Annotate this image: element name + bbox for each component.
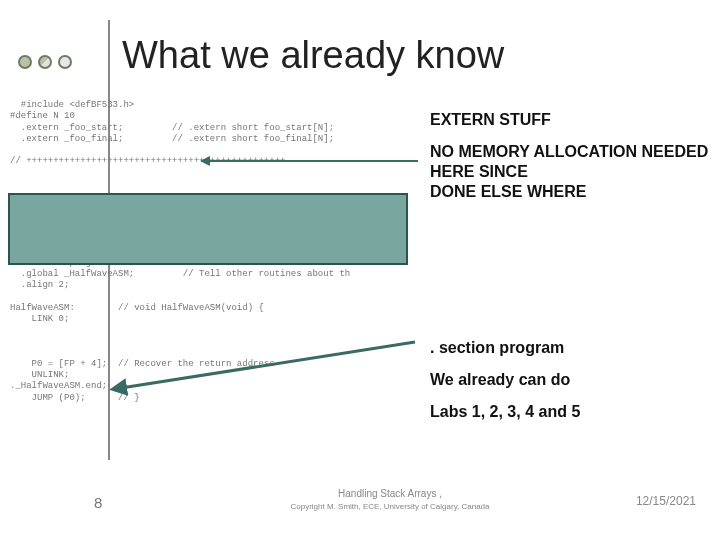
footer-copy-line: Copyright M. Smith, ECE, University of C… [290, 502, 489, 511]
code-line: // Tell other routines about th [183, 269, 350, 279]
footer: 8 Handling Stack Arrays , Copyright M. S… [0, 488, 720, 522]
code-line: HalfWaveASM: // void HalfWaveASM(void) { [10, 303, 264, 313]
code-block: #include <defBF533.h> #define N 10 .exte… [10, 100, 420, 470]
code-line: #define N 10 [10, 111, 75, 121]
code-line: .extern _foo_final; [10, 134, 123, 144]
page-title: What we already know [122, 34, 504, 77]
extern-label: EXTERN STUFF [430, 110, 710, 130]
bullet-icon [58, 55, 72, 69]
no-memory-label: NO MEMORY ALLOCATION NEEDED HERE SINCE D… [430, 142, 710, 202]
code-line: UNLINK; [10, 370, 69, 380]
code-line: // .extern short foo_start[N]; [172, 123, 334, 133]
page-number: 8 [94, 494, 102, 511]
labs-label: Labs 1, 2, 3, 4 and 5 [430, 402, 580, 422]
code-line: LINK 0; [10, 314, 69, 324]
code-line: .extern _foo_start; [10, 123, 123, 133]
footer-copyright: Handling Stack Arrays , Copyright M. Smi… [240, 488, 540, 512]
annotation-column: EXTERN STUFF NO MEMORY ALLOCATION NEEDED… [430, 110, 710, 214]
section-program-label: . section program [430, 338, 564, 358]
footer-date: 12/15/2021 [636, 494, 696, 508]
code-line: #include <defBF533.h> [10, 100, 134, 110]
code-line: .align 2; [10, 280, 69, 290]
we-already-label: We already can do [430, 370, 570, 390]
code-line: .global _HalfWaveASM; [10, 269, 134, 279]
bullet-icon [18, 55, 32, 69]
title-bullets [18, 55, 72, 69]
slide: What we already know #include <defBF533.… [0, 0, 720, 540]
code-line: JUMP (P0); // } [10, 393, 140, 403]
code-line: // .extern short foo_final[N]; [172, 134, 334, 144]
code-line: ._HalfWaveASM.end; [10, 381, 107, 391]
bullet-icon [38, 55, 52, 69]
footer-copy-line: Handling Stack Arrays , [338, 488, 442, 499]
code-line: P0 = [FP + 4]; // Recover the return add… [10, 359, 275, 369]
arrow-icon [208, 160, 418, 162]
highlight-box [8, 193, 408, 265]
